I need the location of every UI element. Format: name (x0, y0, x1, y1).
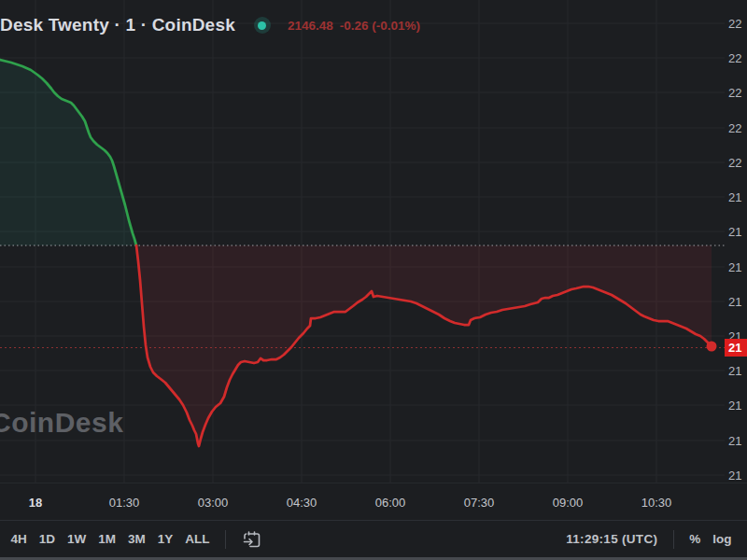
y-axis-label: 22 (728, 17, 741, 31)
calendar-icon (242, 529, 262, 550)
timezone-clock-button[interactable]: 11:29:15 (UTC) (566, 528, 657, 550)
y-axis-label: 22 (728, 51, 741, 65)
chart-widget: 2222222222212121212121212121 21 Desk Twe… (0, 0, 747, 560)
above-baseline-green-fill (0, 60, 136, 245)
range-button-1y[interactable]: 1Y (158, 528, 174, 550)
range-button-1m[interactable]: 1M (98, 528, 116, 550)
last-price-tag-text: 21 (725, 341, 741, 355)
y-axis-label: 21 (728, 260, 741, 274)
x-axis-label: 18 (29, 496, 42, 510)
bottom-toolbar: 4H 1D 1W 1M 3M 1Y ALL 11:29:15 (UTC) % l… (0, 520, 747, 557)
last-price-tag: 21 (725, 339, 747, 357)
y-axis-label: 21 (728, 364, 741, 378)
y-axis-label: 22 (728, 156, 741, 170)
range-button-4h[interactable]: 4H (11, 528, 27, 550)
legend-last-price: 2146.48 (288, 19, 333, 33)
go-to-date-button[interactable] (242, 525, 262, 553)
log-scale-button[interactable]: log (712, 528, 731, 550)
range-button-all[interactable]: ALL (185, 528, 209, 550)
range-button-1d[interactable]: 1D (39, 528, 55, 550)
toolbar-divider (673, 530, 674, 549)
y-axis[interactable]: 2222222222212121212121212121 (725, 0, 747, 483)
y-axis-label: 21 (728, 469, 741, 483)
y-axis-label: 21 (728, 190, 741, 204)
market-status-dot-icon (254, 17, 271, 34)
range-button-1w[interactable]: 1W (67, 528, 86, 550)
x-axis-label: 03:00 (198, 496, 229, 510)
coindesk-watermark: CoinDesk (0, 407, 123, 439)
x-axis-label: 04:30 (287, 496, 317, 510)
below-baseline-red-fill (136, 245, 712, 446)
x-axis-label: 10:30 (641, 496, 672, 510)
y-axis-label: 21 (728, 434, 741, 448)
y-axis-label: 21 (728, 225, 741, 239)
x-axis-label: 09:00 (553, 496, 584, 510)
y-axis-label: 22 (728, 121, 741, 135)
y-axis-label: 22 (728, 86, 741, 100)
market-status-dot-core-icon (258, 21, 266, 30)
x-axis-label: 07:30 (464, 496, 495, 510)
x-axis[interactable]: 1801:3003:0004:3006:0007:3009:0010:30 (0, 483, 747, 521)
x-axis-label: 01:30 (109, 496, 140, 510)
y-axis-label: 21 (728, 399, 741, 413)
range-button-3m[interactable]: 3M (128, 528, 146, 550)
symbol-title: Desk Twenty · 1 · CoinDesk (0, 15, 235, 35)
x-axis-label: 06:00 (375, 496, 406, 510)
legend-change: -0.26 (-0.01%) (340, 19, 420, 33)
last-price-dot (707, 342, 717, 352)
y-axis-label: 21 (728, 295, 741, 309)
legend: Desk Twenty · 1 · CoinDesk 2146.48 -0.26… (0, 13, 420, 37)
toolbar-divider (225, 530, 226, 549)
percent-scale-button[interactable]: % (689, 528, 700, 550)
